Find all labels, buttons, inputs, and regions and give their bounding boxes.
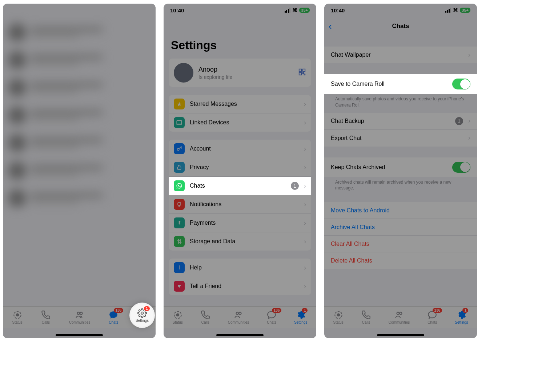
row-delete-all[interactable]: Delete All Chats [324, 252, 477, 269]
tab-calls[interactable]: Calls [361, 310, 371, 324]
row-label: Starred Messages [190, 101, 299, 107]
battery-icon: 35+ [299, 8, 310, 13]
heart-icon: ♥ [174, 281, 185, 292]
status-bar: 10:40 ⌘ 35+ [164, 4, 316, 17]
row-account[interactable]: Account › [169, 140, 311, 158]
qr-icon[interactable] [298, 68, 306, 78]
tab-settings-spotlight[interactable]: 1 Settings [131, 304, 153, 327]
tab-settings[interactable]: 1 Settings [455, 310, 468, 324]
status-bar: 10:40 ⌘ 35+ [324, 4, 477, 17]
back-button[interactable]: ‹ [329, 21, 332, 32]
settings-group-2: Account › Privacy › Chats 1 › Notificati… [169, 140, 311, 251]
row-tell-friend[interactable]: ♥ Tell a Friend › [169, 277, 311, 295]
svg-rect-6 [303, 69, 305, 71]
row-help[interactable]: i Help › [169, 259, 311, 277]
tab-communities[interactable]: Communities [228, 310, 249, 324]
chevron-right-icon: › [468, 117, 470, 125]
tab-status[interactable]: Status [333, 310, 344, 324]
svg-rect-9 [304, 74, 305, 75]
row-move-chats[interactable]: Move Chats to Android [324, 202, 477, 219]
svg-point-17 [176, 314, 179, 316]
row-clear-all[interactable]: Clear All Chats [324, 236, 477, 252]
row-save-camera-roll[interactable]: Save to Camera Roll [324, 74, 477, 94]
row-export-chat[interactable]: Export Chat › [324, 130, 477, 147]
lock-icon [174, 162, 185, 173]
nav-title: Chats [392, 23, 409, 30]
screenshot-2-settings: 10:40 ⌘ 35+ Settings Anoop Is exploring … [164, 4, 316, 338]
profile-card[interactable]: Anoop Is exploring life [169, 59, 311, 87]
row-label: Storage and Data [190, 238, 299, 245]
toggle-save-camera-roll[interactable] [452, 79, 470, 89]
screenshot-1-chats-list: Status Calls Communities 136 Chats x 1 S… [3, 4, 156, 338]
key-icon [174, 143, 185, 154]
phone-icon [41, 310, 51, 320]
settings-badge: 1 [462, 308, 468, 313]
chevron-right-icon: › [468, 51, 470, 59]
tab-chats[interactable]: 136 Chats [267, 310, 276, 324]
svg-rect-13 [177, 167, 181, 169]
save-camera-note: Automatically save photos and videos you… [324, 94, 477, 108]
toggle-keep-archived[interactable] [452, 162, 470, 173]
row-keep-archived[interactable]: Keep Chats Archived [324, 157, 477, 177]
row-chat-wallpaper[interactable]: Chat Wallpaper › [324, 47, 477, 63]
row-linked-devices[interactable]: Linked Devices › [169, 113, 311, 132]
tab-label: Calls [42, 320, 50, 324]
tab-chats[interactable]: 136 Chats [109, 310, 118, 324]
settings-title: Settings [164, 17, 316, 59]
vpn-icon: ⌘ [292, 7, 297, 13]
row-chat-backup[interactable]: Chat Backup 1 › [324, 113, 477, 130]
row-label: Account [190, 145, 299, 152]
tab-calls[interactable]: Calls [41, 310, 51, 324]
chevron-right-icon: › [304, 264, 306, 272]
backup-badge: 1 [455, 117, 463, 125]
nav-bar: ‹ Chats [324, 17, 477, 36]
home-indicator [56, 334, 103, 336]
archived-note: Archived chats will remain archived when… [324, 177, 477, 192]
chevron-right-icon: › [304, 182, 306, 190]
chevron-right-icon: › [304, 219, 306, 227]
row-notifications[interactable]: Notifications › [169, 195, 311, 214]
chevron-right-icon: › [304, 119, 306, 127]
row-label: Chats [190, 183, 286, 189]
battery-icon: 35+ [460, 8, 470, 13]
tab-label: Calls [201, 320, 209, 324]
svg-rect-5 [299, 69, 301, 71]
gear-icon: 1 [137, 308, 147, 318]
svg-point-23 [400, 312, 402, 315]
rupee-icon: ₹ [174, 217, 185, 228]
tab-chats[interactable]: 136 Chats [427, 310, 437, 324]
row-storage-data[interactable]: ⇅ Storage and Data › [169, 232, 311, 251]
svg-rect-7 [299, 72, 301, 75]
blurred-chat-list [3, 4, 156, 211]
tab-status[interactable]: Status [12, 310, 23, 324]
info-icon: i [174, 262, 185, 273]
row-payments[interactable]: ₹ Payments › [169, 214, 311, 232]
row-chats[interactable]: Chats 1 › [169, 177, 311, 195]
tab-label: Chats [427, 320, 437, 324]
svg-point-1 [16, 314, 19, 316]
home-indicator [377, 334, 424, 336]
tab-communities[interactable]: Communities [69, 310, 90, 324]
svg-point-22 [397, 312, 400, 315]
tab-label: Communities [69, 320, 90, 324]
svg-rect-14 [178, 203, 181, 205]
chats-badge: 136 [433, 308, 442, 313]
settings-group-3: i Help › ♥ Tell a Friend › [169, 259, 311, 295]
bell-icon [174, 199, 185, 210]
row-privacy[interactable]: Privacy › [169, 158, 311, 177]
tab-settings[interactable]: 1 Settings [294, 310, 307, 324]
row-archive-all[interactable]: Archive All Chats [324, 219, 477, 236]
chevron-right-icon: › [468, 134, 470, 142]
tab-calls[interactable]: Calls [201, 310, 210, 324]
chats-badge: 136 [272, 308, 282, 313]
chats-icon: 136 [109, 310, 118, 320]
signal-icon [445, 8, 451, 13]
communities-icon [394, 310, 404, 320]
row-label: Move Chats to Android [331, 207, 470, 214]
row-starred-messages[interactable]: ★ Starred Messages › [169, 95, 311, 113]
arrows-icon: ⇅ [174, 236, 185, 247]
tab-status[interactable]: Status [173, 310, 183, 324]
profile-name: Anoop [198, 66, 232, 73]
tab-communities[interactable]: Communities [389, 310, 410, 324]
gear-icon: 1 [296, 310, 305, 320]
